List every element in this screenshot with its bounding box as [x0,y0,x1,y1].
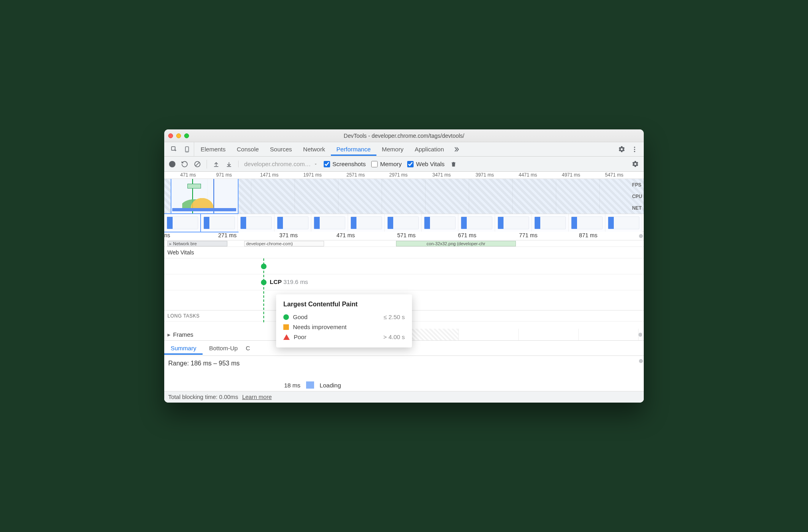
filmstrip-frame[interactable] [385,214,422,232]
network-track: ▸ Network bre developer-chrome-com) con-… [164,240,644,247]
svg-line-7 [196,162,199,166]
poor-swatch-icon [283,334,290,340]
svg-point-5 [634,151,635,152]
tab-network[interactable]: Network [298,143,331,156]
overview-tick: 5471 ms [605,172,623,178]
expand-icon[interactable]: ▸ [167,331,171,338]
tab-bottom-up[interactable]: Bottom-Up [203,341,244,355]
detail-tick: 871 ms [579,232,597,238]
inspect-icon[interactable] [171,146,178,153]
filmstrip-frame[interactable] [605,214,642,232]
overview-tick: 2971 ms [389,172,408,178]
svg-point-3 [634,147,635,148]
status-bar: Total blocking time: 0.00ms Learn more [164,391,644,403]
trash-icon[interactable] [450,161,457,168]
clear-icon[interactable] [194,161,201,168]
tab-sources[interactable]: Sources [265,143,298,156]
titlebar: DevTools - developer.chrome.com/tags/dev… [164,129,644,142]
filmstrip-frame[interactable] [458,214,495,232]
tooltip-title: Largest Contentful Paint [283,301,405,308]
tab-summary[interactable]: Summary [164,341,203,355]
overview-tick: 3471 ms [432,172,451,178]
filmstrip-frame[interactable] [569,214,605,232]
memory-checkbox[interactable]: Memory [371,161,402,167]
download-icon[interactable] [225,161,233,168]
filmstrip[interactable] [164,214,644,232]
loading-label: Loading [320,382,341,389]
tab-truncated[interactable]: C [244,341,257,355]
device-icon[interactable] [183,146,191,153]
window-title: DevTools - developer.chrome.com/tags/dev… [164,133,644,139]
chevron-down-icon [313,162,318,167]
filmstrip-frame[interactable] [348,214,385,232]
lane-label: FPS [632,182,642,188]
tab-console[interactable]: Console [231,143,265,156]
capture-settings-icon[interactable] [632,161,639,168]
more-tabs-icon[interactable] [453,146,460,153]
overview-tick: 3971 ms [476,172,494,178]
detail-tick: 571 ms [397,232,416,238]
lane-label: CPU [632,194,642,199]
overview-tick: 2571 ms [346,172,365,178]
vital-marker-1[interactable] [261,264,267,269]
svg-point-4 [634,149,635,150]
record-icon[interactable] [169,161,175,167]
detail-tick: 471 ms [336,232,355,238]
main-tabs: ElementsConsoleSourcesNetworkPerformance… [164,142,644,157]
main-bar-label: developer-chrome-com) [246,241,293,246]
scroll-thumb[interactable] [639,359,643,363]
recording-selector-label: developer.chrome.com… [244,161,311,167]
settings-icon[interactable] [618,146,625,153]
range-text: Range: 186 ms – 953 ms [168,360,240,367]
recording-selector[interactable]: developer.chrome.com… [238,161,318,167]
upload-icon[interactable] [213,161,220,168]
overview-tick: 4471 ms [519,172,537,178]
tab-elements[interactable]: Elements [195,143,231,156]
scroll-thumb[interactable] [639,333,642,337]
webvitals-checkbox[interactable]: Web Vitals [407,161,444,167]
lcp-tooltip: Largest Contentful Paint Good≤ 2.50 s Ne… [276,294,412,347]
overview-tick: 971 ms [216,172,232,178]
overview-tick: 471 ms [180,172,196,178]
reload-icon[interactable] [181,161,188,168]
svg-rect-0 [171,147,175,150]
kebab-icon[interactable] [631,146,638,153]
lcp-value: 319.6 ms [283,278,308,285]
needs-improvement-swatch-icon [283,324,289,330]
loading-swatch-icon [306,381,314,389]
tooltip-good-label: Good [293,314,308,320]
loading-ms: 18 ms [284,382,301,389]
scroll-thumb[interactable] [639,234,643,238]
detail-ruler[interactable]: ns271 ms371 ms471 ms571 ms671 ms771 ms87… [164,232,644,240]
overview-tick: 1971 ms [303,172,322,178]
tab-performance[interactable]: Performance [331,143,376,156]
web-vitals-area: LCP 319.6 ms Largest Contentful Paint Go… [164,258,644,329]
filmstrip-frame[interactable] [201,214,238,232]
filmstrip-frame[interactable] [275,214,311,232]
lcp-metric-label: LCP [270,278,282,285]
devtools-window: DevTools - developer.chrome.com/tags/dev… [164,129,644,403]
learn-more-link[interactable]: Learn more [242,394,272,400]
frames-label: Frames [173,331,193,338]
detail-tick: 271 ms [218,232,237,238]
overview-ruler: 471 ms971 ms1471 ms1971 ms2971 ms3471 ms… [164,172,644,179]
perf-toolbar: developer.chrome.com… Screenshots Memory… [164,157,644,172]
tab-memory[interactable]: Memory [376,143,409,156]
filmstrip-frame[interactable] [495,214,532,232]
tooltip-poor-label: Poor [294,333,306,340]
tab-application[interactable]: Application [409,143,450,156]
filmstrip-frame[interactable] [238,214,275,232]
filmstrip-frame[interactable] [532,214,569,232]
overview[interactable]: 471 ms971 ms1471 ms1971 ms2971 ms3471 ms… [164,172,644,232]
detail-area: ns271 ms371 ms471 ms571 ms671 ms771 ms87… [164,232,644,403]
screenshots-checkbox[interactable]: Screenshots [324,161,366,167]
filmstrip-frame[interactable] [311,214,348,232]
lane-label: NET [632,205,642,211]
lcp-marker[interactable] [261,280,267,285]
overview-tick: 1471 ms [260,172,279,178]
filmstrip-frame[interactable] [164,214,201,232]
range-panel: Range: 186 ms – 953 ms 18 ms Loading [164,356,644,391]
tooltip-ni-label: Needs improvement [293,324,346,330]
filmstrip-frame[interactable] [422,214,458,232]
blocking-time-text: Total blocking time: 0.00ms [168,394,238,400]
